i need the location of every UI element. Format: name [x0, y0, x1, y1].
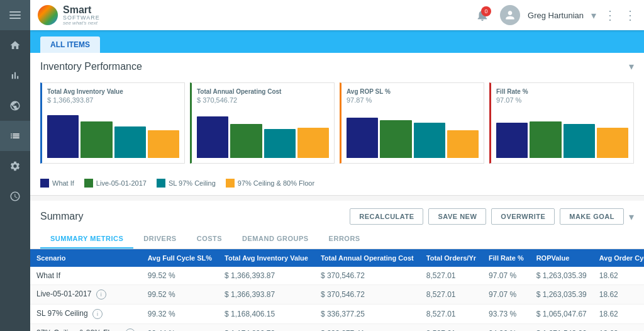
- chart-section: Total Avg Inventory Value $ 1,366,393.87…: [30, 77, 644, 174]
- cell-rop: $ 1,263,035.39: [530, 285, 593, 305]
- th-fill-rate: Fill Rate %: [482, 249, 530, 267]
- summary-panel: Summary RECALCULATE SAVE NEW OVERWRITE M…: [30, 201, 644, 331]
- home-icon[interactable]: [0, 30, 30, 60]
- recalculate-button[interactable]: RECALCULATE: [350, 208, 423, 225]
- cell-fill-rate: 93.73 %: [482, 305, 530, 324]
- header-menu-dots-2[interactable]: ⋮: [624, 8, 636, 23]
- info-icon[interactable]: i: [125, 328, 135, 331]
- bar: [148, 130, 179, 158]
- hamburger-menu-icon[interactable]: [0, 0, 30, 30]
- bar: [597, 128, 628, 158]
- cell-rop: $ 1,065,047.67: [530, 305, 593, 324]
- svg-rect-0: [9, 11, 21, 13]
- th-inv-value: Total Avg Inventory Value: [218, 249, 314, 267]
- chart-legend: What If Live-05-01-2017 SL 97% Ceiling 9…: [30, 174, 644, 195]
- legend-color-sl97: [157, 179, 165, 188]
- bar: [530, 121, 561, 158]
- user-name: Greg Hartunian: [528, 11, 584, 20]
- legend-color-live: [84, 179, 93, 188]
- sub-tab-summary-metrics[interactable]: SUMMARY METRICS: [40, 230, 133, 249]
- legend-97-80: 97% Ceiling & 80% Floor: [226, 179, 314, 188]
- table-header-row: Scenario Avg Full Cycle SL% Total Avg In…: [30, 249, 644, 267]
- table-row: SL 97% Ceiling i 99.32 % $ 1,168,406.15 …: [30, 305, 644, 324]
- cell-orders: 8,527.01: [420, 305, 482, 324]
- chart1-label: Total Avg Inventory Value: [47, 88, 179, 95]
- chart3-bars: [347, 108, 479, 158]
- tabs-bar: ALL ITEMS: [30, 30, 644, 53]
- summary-header: Summary RECALCULATE SAVE NEW OVERWRITE M…: [30, 201, 644, 230]
- chart4-value: 97.07 %: [496, 96, 628, 104]
- inventory-panel: Inventory Performance ▾ Total Avg Invent…: [30, 53, 644, 196]
- bar: [380, 120, 411, 158]
- tab-all-items[interactable]: ALL ITEMS: [40, 36, 100, 53]
- chart-card-inv-value: Total Avg Inventory Value $ 1,366,393.87: [40, 82, 185, 164]
- content-area: ALL ITEMS Inventory Performance ▾ Total …: [30, 30, 644, 331]
- chart-card-rop-sl: Avg ROP SL % 97.87 %: [340, 82, 484, 164]
- cell-order-cycle: 18.62: [593, 285, 644, 305]
- cell-inv-value: $ 1,366,393.87: [218, 267, 314, 285]
- cell-orders: 8,527.01: [420, 267, 482, 285]
- bar: [447, 130, 479, 158]
- logo-area: Smart SOFTWARE see what's next: [38, 5, 472, 26]
- sub-tab-drivers[interactable]: DRIVERS: [133, 230, 186, 249]
- legend-color-97-80: [226, 179, 235, 188]
- inventory-panel-header: Inventory Performance ▾: [30, 53, 644, 77]
- th-order-cycle: Avg Order Cycle: [593, 249, 644, 267]
- sub-tab-demand-groups[interactable]: DEMAND GROUPS: [232, 230, 319, 249]
- list-icon[interactable]: [0, 121, 30, 151]
- notification-bell[interactable]: 0: [472, 5, 492, 25]
- save-new-button[interactable]: SAVE NEW: [428, 208, 486, 225]
- chart3-label: Avg ROP SL %: [347, 88, 479, 95]
- notification-count: 0: [481, 6, 491, 16]
- scenario-name: 97% Ceiling & 80% Floor: [36, 328, 120, 331]
- info-icon[interactable]: i: [96, 289, 106, 300]
- user-chevron-icon[interactable]: ▾: [591, 9, 596, 21]
- header-menu-dots-1[interactable]: ⋮: [604, 8, 616, 23]
- clock-icon[interactable]: [0, 181, 30, 211]
- sub-tabs: SUMMARY METRICS DRIVERS COSTS DEMAND GRO…: [30, 230, 644, 249]
- legend-label-sl97: SL 97% Ceiling: [169, 179, 216, 187]
- inventory-collapse-icon[interactable]: ▾: [629, 60, 634, 72]
- settings-icon[interactable]: [0, 151, 30, 181]
- legend-color-what-if: [40, 179, 49, 188]
- chart2-label: Total Annual Operating Cost: [197, 88, 329, 95]
- th-orders: Total Orders/Yr: [420, 249, 482, 267]
- cell-rop: $ 1,071,543.06: [530, 324, 593, 332]
- header: Smart SOFTWARE see what's next 0 Greg Ha…: [30, 0, 644, 30]
- legend-live: Live-05-01-2017: [84, 179, 147, 188]
- cell-scenario: SL 97% Ceiling i: [30, 305, 142, 324]
- table-row: What If 99.52 % $ 1,366,393.87 $ 370,546…: [30, 267, 644, 285]
- cell-op-cost: $ 370,546.72: [314, 267, 420, 285]
- cell-order-cycle: 18.62: [593, 305, 644, 324]
- user-avatar: [500, 5, 520, 25]
- bar: [114, 126, 146, 158]
- globe-icon[interactable]: [0, 91, 30, 121]
- make-goal-button[interactable]: MAKE GOAL: [560, 208, 624, 225]
- overwrite-button[interactable]: OVERWRITE: [491, 208, 555, 225]
- bar: [197, 116, 228, 158]
- cell-fill-rate: 94.06 %: [482, 324, 530, 332]
- cell-sl: 99.44 %: [142, 324, 218, 332]
- cell-sl: 99.32 %: [142, 305, 218, 324]
- summary-collapse-icon[interactable]: ▾: [629, 211, 634, 223]
- cell-sl: 99.52 %: [142, 285, 218, 305]
- chart2-value: $ 370,546.72: [197, 96, 329, 104]
- sub-tab-costs[interactable]: COSTS: [187, 230, 232, 249]
- th-scenario: Scenario: [30, 249, 142, 267]
- cell-op-cost: $ 333,277.41: [314, 324, 420, 332]
- info-icon[interactable]: i: [92, 309, 103, 319]
- cell-inv-value: $ 1,174,896.72: [218, 324, 314, 332]
- bar: [414, 123, 445, 158]
- logo-name: Smart: [63, 5, 100, 15]
- cell-rop: $ 1,263,035.39: [530, 267, 593, 285]
- bar: [297, 128, 329, 158]
- cell-op-cost: $ 336,377.25: [314, 305, 420, 324]
- summary-title: Summary: [40, 211, 83, 222]
- sub-tab-errors[interactable]: ERRORS: [319, 230, 370, 249]
- logo-text: Smart SOFTWARE see what's next: [63, 5, 100, 26]
- bar: [496, 123, 528, 158]
- chart-icon[interactable]: [0, 60, 30, 91]
- chart1-bars: [47, 108, 179, 158]
- bar: [264, 129, 296, 158]
- logo-icon: [38, 5, 58, 25]
